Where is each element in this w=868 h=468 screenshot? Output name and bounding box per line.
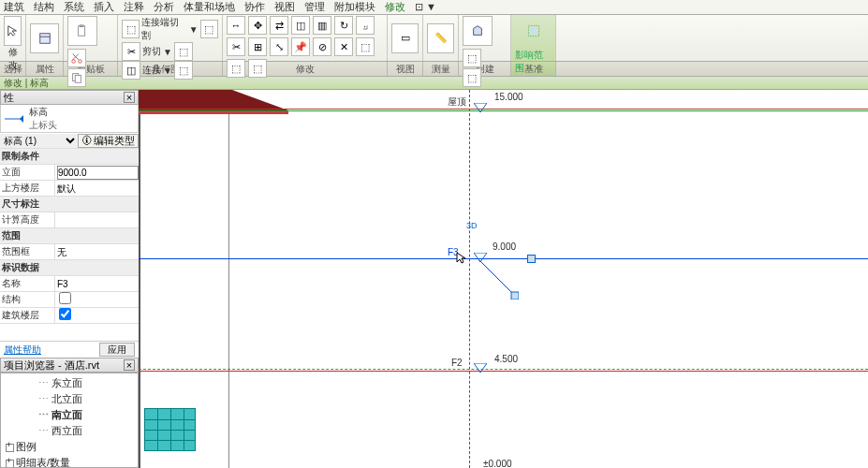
modify-label: 修改 — [4, 46, 22, 72]
menu-analyze[interactable]: 分析 — [154, 0, 174, 14]
level-roof-elev[interactable]: 15.000 — [494, 92, 523, 102]
instance-filter-row: 标高 (1) 🛈编辑类型 — [0, 133, 139, 149]
select-cursor-icon[interactable] — [4, 16, 22, 46]
check-struct[interactable] — [59, 292, 71, 304]
label-elev: 立面 — [0, 166, 54, 179]
tree-west[interactable]: ⋯ 西立面 — [3, 423, 136, 439]
menu-view[interactable]: 视图 — [274, 0, 295, 14]
type-name: 标高 — [29, 106, 57, 119]
props-help-link[interactable]: 属性帮助 — [4, 344, 41, 357]
label-struct: 结构 — [0, 293, 54, 306]
row-upper: 上方楼层 默认 — [0, 181, 139, 197]
section-identity: 标识数据 — [0, 260, 139, 276]
mirror-icon[interactable]: ▥ — [313, 16, 331, 35]
browser-close-icon[interactable]: × — [124, 359, 135, 371]
wall-line-right — [228, 114, 229, 468]
value-scopebox[interactable]: 无 — [54, 244, 139, 259]
level-line-roof[interactable] — [139, 109, 868, 110]
value-upper[interactable]: 默认 — [54, 181, 139, 196]
level-roof-name[interactable]: 屋顶 — [448, 95, 466, 109]
menu-collab[interactable]: 协作 — [244, 0, 265, 14]
join-endcut-icon[interactable]: ⬚ — [122, 20, 140, 38]
drawing-canvas[interactable]: 屋顶 15.000 F3 9.000 3D F2 4.500 ±0.000 — [139, 90, 868, 468]
delete-icon[interactable]: ✕ — [334, 37, 353, 56]
level-line-f2-red — [139, 371, 868, 372]
3d-toggle[interactable]: 3D — [466, 221, 478, 230]
copy-mod-icon[interactable]: ◫ — [291, 16, 310, 35]
menu-manage[interactable]: 管理 — [304, 0, 325, 14]
level-roof-head-icon — [474, 103, 487, 114]
scope-box-icon[interactable] — [519, 16, 549, 46]
level-line-f2[interactable] — [139, 369, 868, 370]
menu-sys[interactable]: 系统 — [64, 0, 84, 14]
menu-addins[interactable]: 附加模块 — [334, 0, 375, 14]
props-apply-button[interactable]: 应用 — [99, 343, 135, 357]
row-scopebox: 范围框 无 — [0, 244, 139, 260]
properties-icon[interactable] — [30, 23, 59, 53]
move-icon[interactable]: ✥ — [248, 16, 267, 35]
geom-btn-3[interactable]: ⬚ — [174, 61, 193, 80]
geom-btn-2[interactable]: ⬚ — [174, 42, 193, 61]
level-f2-name[interactable]: F2 — [451, 358, 463, 368]
align-icon[interactable]: ↔ — [227, 16, 245, 35]
label-name: 名称 — [0, 277, 54, 290]
ribbon-group-geometry: ⬚连接端切割▼⬚ ✂剪切▼⬚ ◫连接▼⬚ — [118, 15, 223, 61]
rotate-icon[interactable]: ↻ — [334, 16, 353, 35]
menu-modify[interactable]: 修改 — [385, 0, 405, 14]
row-name: 名称 F3 — [0, 276, 139, 292]
check-bstorey[interactable] — [59, 308, 71, 320]
tree-south[interactable]: ⋯ 南立面 — [3, 407, 136, 423]
props-footer: 属性帮助 应用 — [0, 341, 139, 358]
properties-title-text: 性 — [4, 90, 14, 105]
tree-east[interactable]: ⋯ 东立面 — [3, 375, 136, 391]
mod-extra-3[interactable]: ⬚ — [248, 59, 267, 78]
properties-close-icon[interactable]: × — [124, 92, 135, 103]
level-f1-elev[interactable]: ±0.000 — [483, 459, 512, 468]
scale-icon[interactable]: ⤡ — [270, 37, 288, 56]
menu-tail[interactable]: ⊡ ▼ — [415, 1, 436, 13]
unpin-icon[interactable]: ⊘ — [313, 37, 331, 56]
tree-legends[interactable]: 图例 — [3, 439, 136, 455]
level-f2-elev[interactable]: 4.500 — [494, 354, 518, 364]
array-icon[interactable]: ⊞ — [248, 37, 267, 56]
tree-schedules[interactable]: 明细表/数量 — [3, 455, 136, 468]
cut-geom-icon[interactable]: ✂ — [122, 42, 140, 61]
type-selector[interactable]: 标高 上标头 — [0, 105, 139, 133]
geom-btn-1[interactable]: ⬚ — [200, 20, 218, 38]
value-calc[interactable] — [54, 212, 139, 227]
create-sm-2[interactable]: ⬚ — [463, 68, 481, 87]
join-geom-icon[interactable]: ◫ — [122, 61, 140, 80]
paste-icon[interactable] — [67, 16, 97, 46]
value-name[interactable]: F3 — [54, 276, 139, 291]
offset-icon[interactable]: ⇄ — [270, 16, 288, 35]
section-scope: 范围 — [0, 228, 139, 244]
view-icon[interactable]: ▭ — [391, 23, 419, 53]
tree-north[interactable]: ⋯ 北立面 — [3, 391, 136, 407]
mod-extra-1[interactable]: ⬚ — [356, 37, 375, 56]
curtain-wall-preview[interactable] — [144, 408, 196, 451]
pin-icon[interactable]: 📌 — [291, 37, 310, 56]
split-icon[interactable]: ✂ — [227, 37, 245, 56]
measure-icon[interactable]: 📏 — [427, 23, 454, 53]
level-f3-end-check[interactable] — [527, 255, 536, 263]
instance-filter[interactable]: 标高 (1) — [0, 134, 78, 148]
level-f3-elev[interactable]: 9.000 — [493, 241, 516, 252]
create-sm-1[interactable]: ⬚ — [463, 49, 481, 67]
cut-icon[interactable] — [67, 49, 86, 67]
menu-struct[interactable]: 结构 — [34, 0, 54, 14]
menu-mass[interactable]: 体量和场地 — [184, 0, 235, 14]
level-drag-preview[interactable] — [479, 260, 519, 300]
create-icon[interactable] — [463, 16, 493, 46]
menu-annotate[interactable]: 注释 — [124, 0, 144, 14]
edit-type-button[interactable]: 🛈编辑类型 — [78, 134, 139, 148]
grp-lbl-1: 属性 — [26, 62, 64, 76]
copy-icon[interactable] — [67, 68, 86, 87]
input-elev[interactable] — [57, 166, 139, 180]
menu-insert[interactable]: 插入 — [94, 0, 114, 14]
level-line-f3[interactable] — [139, 258, 868, 259]
svg-rect-9 — [530, 28, 537, 35]
trim-icon[interactable]: ⟓ — [356, 16, 375, 35]
menu-arch[interactable]: 建筑 — [4, 0, 24, 14]
svg-point-5 — [79, 60, 82, 64]
mod-extra-2[interactable]: ⬚ — [227, 59, 245, 78]
